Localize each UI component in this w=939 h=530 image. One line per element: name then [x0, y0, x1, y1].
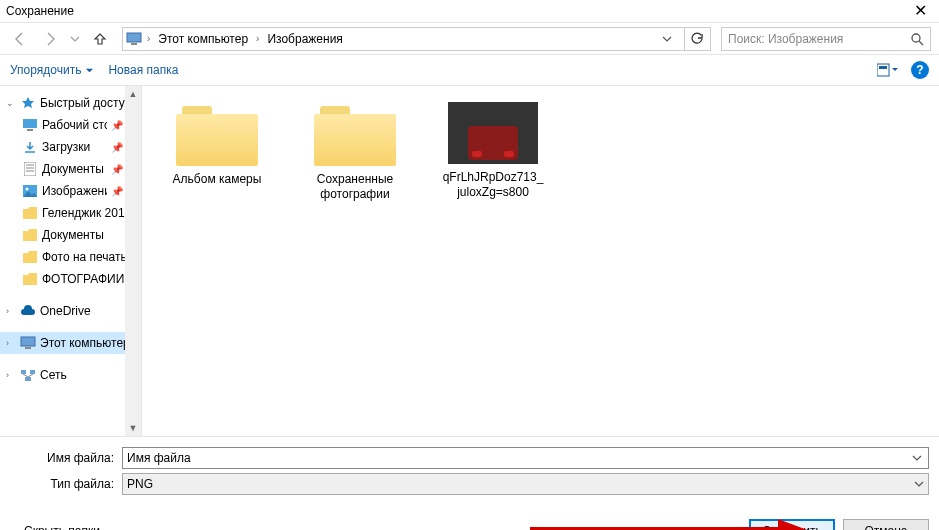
- pc-icon: [125, 30, 143, 48]
- filetype-label: Тип файла:: [10, 477, 122, 491]
- help-icon[interactable]: ?: [911, 61, 929, 79]
- file-item-image[interactable]: qFrLhJRpDoz713_juloxZg=s800: [438, 102, 548, 200]
- new-folder-label: Новая папка: [108, 63, 178, 77]
- sidebar-item-quick-access[interactable]: ⌄ Быстрый доступ: [0, 92, 141, 114]
- svg-rect-9: [24, 162, 36, 176]
- scroll-up-icon[interactable]: ▲: [125, 86, 141, 102]
- close-icon[interactable]: ✕: [906, 3, 935, 19]
- sidebar-item-downloads[interactable]: Загрузки 📌: [0, 136, 141, 158]
- sidebar-item-desktop[interactable]: Рабочий сто… 📌: [0, 114, 141, 136]
- sidebar-scrollbar[interactable]: ▲ ▼: [125, 86, 141, 436]
- svg-rect-17: [21, 370, 26, 374]
- expand-icon[interactable]: ›: [6, 370, 16, 380]
- filename-field-wrapper[interactable]: [122, 447, 929, 469]
- svg-rect-0: [127, 33, 141, 42]
- expand-icon[interactable]: ›: [6, 338, 16, 348]
- svg-rect-4: [877, 64, 889, 76]
- sidebar: ⌄ Быстрый доступ Рабочий сто… 📌 Загрузки…: [0, 86, 142, 436]
- sidebar-item-pictures[interactable]: Изображени… 📌: [0, 180, 141, 202]
- sidebar-item-this-pc[interactable]: › Этот компьютер: [0, 332, 141, 354]
- breadcrumb-part-pc[interactable]: Этот компьютер: [154, 32, 252, 46]
- organize-menu[interactable]: Упорядочить: [10, 63, 94, 77]
- pc-icon: [20, 335, 36, 351]
- file-list[interactable]: Альбом камеры Сохраненныефотографии qFrL…: [142, 86, 939, 436]
- item-label: qFrLhJRpDoz713_juloxZg=s800: [443, 170, 544, 200]
- downloads-icon: [22, 139, 38, 155]
- filetype-dropdown-icon[interactable]: [914, 479, 924, 489]
- organize-label: Упорядочить: [10, 63, 81, 77]
- star-icon: [20, 95, 36, 111]
- search-icon[interactable]: [910, 32, 924, 46]
- pictures-icon: [22, 183, 38, 199]
- svg-line-3: [919, 41, 923, 45]
- desktop-icon: [22, 117, 38, 133]
- chevron-right-icon: ›: [254, 33, 261, 44]
- item-label: Альбом камеры: [173, 172, 262, 187]
- svg-point-2: [912, 34, 920, 42]
- sidebar-item-photos-caps[interactable]: ФОТОГРАФИИ: [0, 268, 141, 290]
- image-thumbnail: [448, 102, 538, 164]
- chevron-right-icon: ›: [145, 33, 152, 44]
- filetype-value: PNG: [127, 477, 153, 491]
- svg-line-20: [23, 374, 28, 377]
- folder-icon: [176, 102, 258, 166]
- cancel-button[interactable]: Отмена: [843, 519, 929, 530]
- folder-item-saved-photos[interactable]: Сохраненныефотографии: [300, 102, 410, 202]
- folder-icon: [22, 205, 38, 221]
- filename-label: Имя файла:: [10, 451, 122, 465]
- nav-up-button[interactable]: [88, 27, 112, 51]
- svg-rect-5: [879, 66, 887, 69]
- annotation-arrow-icon: [530, 517, 810, 530]
- view-options-icon[interactable]: [877, 62, 899, 78]
- folder-icon: [22, 271, 38, 287]
- title-bar: Сохранение ✕: [0, 0, 939, 22]
- search-input[interactable]: [728, 32, 910, 46]
- refresh-button[interactable]: [684, 28, 708, 50]
- address-bar[interactable]: › Этот компьютер › Изображения: [122, 27, 711, 51]
- address-dropdown-icon[interactable]: [662, 34, 680, 44]
- chevron-down-icon: ⌄: [10, 526, 18, 531]
- toolbar: Упорядочить Новая папка ?: [0, 54, 939, 86]
- svg-line-21: [28, 374, 33, 377]
- folder-icon: [314, 102, 396, 166]
- window-title: Сохранение: [6, 4, 74, 18]
- nav-recent-dropdown[interactable]: [68, 34, 82, 44]
- sidebar-item-documents2[interactable]: Документы: [0, 224, 141, 246]
- nav-back-button[interactable]: [8, 27, 32, 51]
- sidebar-item-print-photos[interactable]: Фото на печать: [0, 246, 141, 268]
- svg-rect-7: [27, 129, 33, 131]
- svg-rect-6: [23, 119, 37, 128]
- nav-forward-button[interactable]: [38, 27, 62, 51]
- scroll-down-icon[interactable]: ▼: [125, 420, 141, 436]
- filetype-select[interactable]: PNG: [122, 473, 929, 495]
- filename-input[interactable]: [127, 451, 910, 465]
- footer: ⌄ Скрыть папки Сохранить Отмена: [0, 505, 939, 530]
- sidebar-item-onedrive[interactable]: › OneDrive: [0, 300, 141, 322]
- new-folder-button[interactable]: Новая папка: [108, 63, 178, 77]
- svg-rect-19: [25, 377, 31, 381]
- sidebar-label: Изображени…: [42, 184, 107, 198]
- sidebar-item-documents[interactable]: Документы 📌: [0, 158, 141, 180]
- sidebar-label: Загрузки: [42, 140, 107, 154]
- svg-rect-18: [30, 370, 35, 374]
- documents-icon: [22, 161, 38, 177]
- folder-icon: [22, 249, 38, 265]
- expand-icon[interactable]: ›: [6, 306, 16, 316]
- svg-rect-1: [131, 43, 137, 45]
- hide-folders-toggle[interactable]: ⌄ Скрыть папки: [10, 524, 100, 530]
- collapse-icon[interactable]: ⌄: [6, 98, 16, 108]
- breadcrumb-part-pictures[interactable]: Изображения: [263, 32, 346, 46]
- sidebar-item-network[interactable]: › Сеть: [0, 364, 141, 386]
- main-body: ⌄ Быстрый доступ Рабочий сто… 📌 Загрузки…: [0, 86, 939, 436]
- hide-folders-label: Скрыть папки: [24, 524, 100, 530]
- filename-dropdown-icon[interactable]: [910, 453, 924, 463]
- sidebar-item-gelendzhik[interactable]: Геленджик 2010: [0, 202, 141, 224]
- cloud-icon: [20, 303, 36, 319]
- folder-icon: [22, 227, 38, 243]
- search-box[interactable]: [721, 27, 931, 51]
- item-label: Сохраненныефотографии: [317, 172, 393, 202]
- sidebar-label: Документы: [42, 162, 107, 176]
- svg-point-14: [26, 188, 29, 191]
- cancel-label: Отмена: [864, 524, 907, 530]
- folder-item-camera-album[interactable]: Альбом камеры: [162, 102, 272, 187]
